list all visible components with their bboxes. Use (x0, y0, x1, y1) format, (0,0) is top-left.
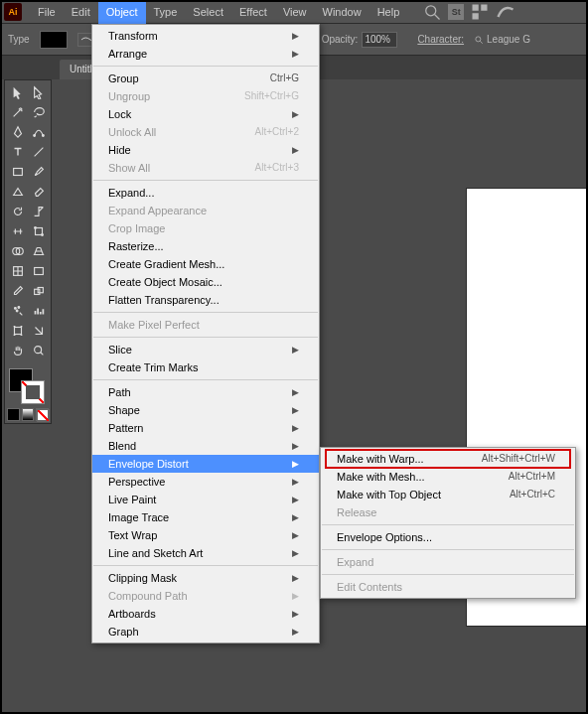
object-menu-envelope-distort[interactable]: Envelope Distort▶ (92, 455, 319, 473)
submenu-arrow-icon: ▶ (292, 544, 299, 562)
svg-point-0 (426, 5, 436, 15)
perspective-grid-tool[interactable] (28, 241, 49, 261)
object-menu-compound-path: Compound Path▶ (92, 587, 319, 605)
menu-effect[interactable]: Effect (231, 0, 275, 24)
magic-wand-tool[interactable] (7, 102, 28, 122)
menu-window[interactable]: Window (315, 0, 369, 24)
object-menu-pattern[interactable]: Pattern▶ (92, 419, 319, 437)
svg-point-20 (14, 308, 16, 310)
opacity-input[interactable] (362, 32, 397, 48)
object-menu-blend[interactable]: Blend▶ (92, 437, 319, 455)
object-menu-image-trace[interactable]: Image Trace▶ (92, 508, 319, 526)
object-menu-hide[interactable]: Hide▶ (92, 141, 319, 159)
arrange-documents-icon[interactable] (470, 2, 490, 22)
free-transform-tool[interactable] (28, 221, 49, 241)
object-menu-crop-image: Crop Image (92, 219, 319, 237)
menu-object[interactable]: Object (98, 0, 146, 24)
svg-point-9 (42, 135, 44, 137)
submenu-arrow-icon: ▶ (292, 45, 299, 63)
stock-icon[interactable]: St (448, 4, 464, 20)
slice-tool[interactable] (28, 321, 49, 341)
svg-line-1 (435, 14, 440, 19)
submenu-arrow-icon: ▶ (292, 141, 299, 159)
svg-rect-3 (482, 4, 488, 10)
object-menu-create-gradient-mesh[interactable]: Create Gradient Mesh... (92, 255, 319, 273)
object-menu-create-trim-marks[interactable]: Create Trim Marks (92, 358, 319, 376)
object-menu-slice[interactable]: Slice▶ (92, 341, 319, 358)
zoom-tool[interactable] (28, 341, 49, 360)
menu-edit[interactable]: Edit (64, 0, 98, 24)
object-menu-flatten-transparency[interactable]: Flatten Transparency... (92, 291, 319, 309)
object-menu-perspective[interactable]: Perspective▶ (92, 473, 319, 491)
line-segment-tool[interactable] (28, 142, 49, 162)
object-menu-graph[interactable]: Graph▶ (92, 623, 319, 641)
object-menu-rasterize[interactable]: Rasterize... (92, 237, 319, 255)
lasso-tool[interactable] (28, 102, 49, 122)
artboard-tool[interactable] (7, 321, 28, 341)
svg-point-24 (34, 347, 41, 354)
menu-file[interactable]: File (30, 0, 64, 24)
object-menu-clipping-mask[interactable]: Clipping Mask▶ (92, 569, 319, 587)
object-menu-shape[interactable]: Shape▶ (92, 401, 319, 419)
opacity-field[interactable]: Opacity: (322, 32, 398, 48)
object-menu-create-object-mosaic[interactable]: Create Object Mosaic... (92, 273, 319, 291)
object-menu-line-and-sketch-art[interactable]: Line and Sketch Art▶ (92, 544, 319, 562)
object-menu-lock[interactable]: Lock▶ (92, 105, 319, 123)
app-logo-icon: Ai (4, 3, 22, 21)
object-menu-transform[interactable]: Transform▶ (92, 27, 319, 45)
submenu-arrow-icon: ▶ (292, 491, 299, 508)
paintbrush-tool[interactable] (28, 162, 49, 182)
fill-stroke-control[interactable] (7, 366, 51, 406)
envelope-menu-make-with-top-object[interactable]: Make with Top ObjectAlt+Ctrl+C (321, 486, 575, 503)
object-menu-expand[interactable]: Expand... (92, 184, 319, 202)
blend-tool[interactable] (28, 281, 49, 301)
menu-type[interactable]: Type (146, 0, 186, 24)
envelope-menu-make-with-mesh[interactable]: Make with Mesh...Alt+Ctrl+M (321, 468, 575, 486)
gpu-preview-icon[interactable] (496, 2, 515, 22)
column-graph-tool[interactable] (28, 301, 49, 321)
menu-help[interactable]: Help (369, 0, 408, 24)
curvature-tool[interactable] (28, 122, 49, 142)
object-menu: Transform▶Arrange▶GroupCtrl+GUngroupShif… (91, 24, 320, 643)
selection-tool[interactable] (7, 82, 28, 102)
menu-select[interactable]: Select (185, 0, 231, 24)
mesh-tool[interactable] (7, 261, 28, 281)
gradient-tool[interactable] (28, 261, 49, 281)
font-search[interactable]: League G (474, 34, 530, 45)
type-tool[interactable] (7, 142, 28, 162)
toolbox (4, 79, 52, 424)
submenu-arrow-icon: ▶ (292, 401, 299, 419)
color-mode-icons[interactable] (7, 408, 49, 421)
envelope-menu-envelope-options[interactable]: Envelope Options... (321, 528, 575, 546)
shaper-tool[interactable] (7, 182, 28, 202)
submenu-arrow-icon: ▶ (292, 623, 299, 641)
symbol-sprayer-tool[interactable] (7, 301, 28, 321)
object-menu-arrange[interactable]: Arrange▶ (92, 45, 319, 63)
menu-view[interactable]: View (275, 0, 315, 24)
pen-tool[interactable] (7, 122, 28, 142)
envelope-menu-expand: Expand (321, 553, 575, 571)
object-menu-artboards[interactable]: Artboards▶ (92, 605, 319, 623)
object-menu-live-paint[interactable]: Live Paint▶ (92, 491, 319, 508)
object-menu-text-wrap[interactable]: Text Wrap▶ (92, 526, 319, 544)
object-menu-path[interactable]: Path▶ (92, 383, 319, 401)
envelope-menu-make-with-warp[interactable]: Make with Warp...Alt+Shift+Ctrl+W (321, 450, 575, 468)
eyedropper-tool[interactable] (7, 281, 28, 301)
shape-builder-tool[interactable] (7, 241, 28, 261)
fill-swatch[interactable] (40, 31, 68, 49)
search-icon[interactable] (422, 2, 442, 22)
direct-selection-tool[interactable] (28, 82, 49, 102)
svg-rect-19 (38, 288, 43, 293)
rotate-tool[interactable] (7, 202, 28, 221)
submenu-arrow-icon: ▶ (292, 569, 299, 587)
menubar: Ai FileEditObjectTypeSelectEffectViewWin… (0, 0, 588, 24)
object-menu-group[interactable]: GroupCtrl+G (92, 70, 319, 87)
hand-tool[interactable] (7, 341, 28, 360)
stroke-color-icon[interactable] (21, 380, 45, 404)
eraser-tool[interactable] (28, 182, 49, 202)
rectangle-tool[interactable] (7, 162, 28, 182)
svg-point-8 (33, 135, 35, 137)
width-tool[interactable] (7, 221, 28, 241)
scale-tool[interactable] (28, 202, 49, 221)
svg-rect-23 (14, 328, 21, 335)
